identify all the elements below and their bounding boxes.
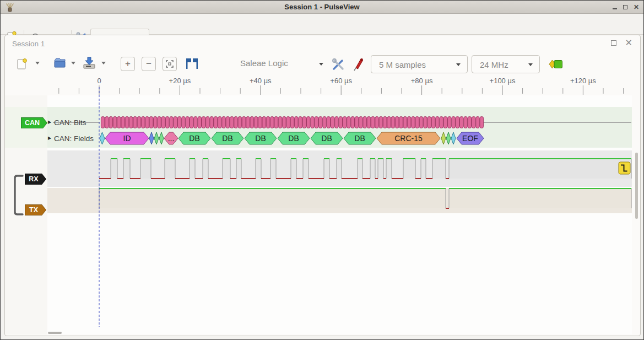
ruler-label: +120 µs [570,77,596,85]
chevron-down-icon [71,62,75,64]
chevron-down-icon [319,63,323,66]
expand-arrow-icon[interactable]: ▶ [48,120,51,125]
session-restore-icon[interactable] [611,40,616,46]
wrench-screwdriver-icon [331,57,345,72]
ruler-label: +20 µs [169,77,191,85]
titlebar[interactable]: Session 1 - PulseView ✕ [1,1,643,14]
ruler-label: +60 µs [330,77,352,85]
session-title: Session 1 [12,40,45,48]
save-dropdown[interactable] [101,62,106,64]
rx-channel-tag[interactable]: RX [25,174,46,185]
ruler-label: +100 µs [490,77,516,85]
app-window: Session 1 - PulseView ✕ Run [0,0,644,340]
add-decoder-button[interactable] [549,59,563,69]
save-icon [82,56,96,69]
ruler-label: +40 µs [250,77,272,85]
vertical-scrollbar-thumb[interactable] [635,153,638,219]
ruler-label: +80 µs [411,77,433,85]
new-file-button[interactable] [16,58,28,71]
minimize-icon[interactable] [613,6,617,9]
channel-group-bracket[interactable] [13,172,25,218]
chevron-down-icon [456,63,461,66]
channels-button[interactable] [353,57,366,72]
save-button[interactable] [82,56,96,69]
main-toolbar: Run Session 1 ✕ [1,14,643,35]
sample-rate-combo[interactable]: 24 MHz [472,55,540,73]
horizontal-scrollbar-thumb[interactable] [48,332,62,334]
window-title: Session 1 - PulseView [1,1,643,14]
rx-row-bg [47,150,632,187]
sample-count-combo[interactable]: 5 M samples [371,55,468,73]
tx-tag-label: TX [29,206,38,214]
new-file-dropdown[interactable] [35,62,40,64]
trigger-markers-button[interactable] [185,58,199,69]
tx-row-bg [47,188,632,213]
zoom-fit-button[interactable] [163,57,177,71]
rx-tag-label: RX [29,175,38,183]
can-tag-label: CAN [25,119,40,127]
can-channel-tag[interactable]: CAN [21,117,47,128]
open-dropdown[interactable] [71,62,75,64]
sample-count-value: 5 M samples [379,56,426,74]
device-dropdown[interactable] [319,63,323,66]
sample-rate-value: 24 MHz [480,56,508,74]
chevron-down-icon [528,63,533,66]
zoom-fit-icon [165,60,174,68]
decoder-row-bg [47,107,632,148]
trigger-flags-icon [185,58,199,69]
new-file-icon [16,58,28,71]
session-close-icon[interactable]: ✕ [625,39,632,47]
configure-device-button[interactable] [331,57,345,72]
ruler-label: 0 [97,77,101,85]
expand-arrow-icon[interactable]: ▶ [48,136,51,141]
device-selector[interactable]: Saleae Logic [240,58,288,68]
tx-channel-tag[interactable]: TX [25,204,46,215]
chevron-down-icon [101,62,106,64]
decoder-icon [549,59,563,69]
probe-icon [353,57,366,72]
zoom-in-button[interactable]: + [121,57,135,71]
close-icon[interactable]: ✕ [634,4,639,10]
chevron-down-icon [35,62,40,64]
row-label-can-fields[interactable]: CAN: Fields [54,134,94,143]
open-button[interactable] [53,57,67,69]
open-folder-icon [53,57,67,69]
row-label-can-bits[interactable]: CAN: Bits [54,118,86,127]
maximize-icon[interactable] [623,5,627,9]
zoom-out-button[interactable]: − [142,57,156,71]
timeline-ruler[interactable]: 0+20 µs+40 µs+60 µs+80 µs+100 µs+120 µs [5,75,640,95]
